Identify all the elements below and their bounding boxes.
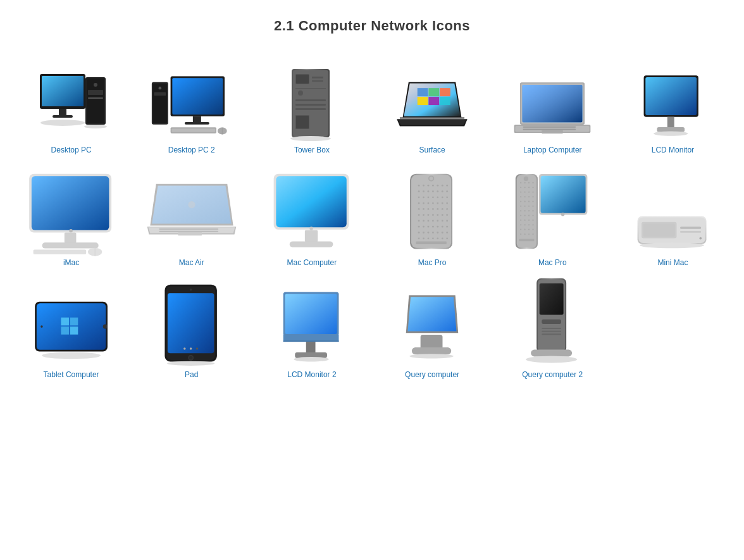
- svg-point-10: [40, 120, 85, 126]
- icon-cell-lcd-monitor: LCD Monitor: [614, 53, 731, 159]
- tower-box-label: Tower Box: [294, 146, 330, 156]
- icon-cell-surface: Surface: [374, 53, 491, 159]
- svg-point-126: [442, 214, 443, 216]
- svg-point-119: [442, 208, 443, 210]
- svg-rect-226: [61, 327, 69, 335]
- svg-point-252: [409, 354, 454, 358]
- svg-point-150: [423, 237, 425, 239]
- svg-rect-29: [312, 80, 323, 82]
- svg-point-168: [520, 187, 521, 188]
- svg-point-196: [520, 219, 521, 220]
- svg-marker-249: [408, 297, 457, 332]
- svg-point-204: [520, 228, 521, 230]
- svg-rect-3: [59, 109, 66, 115]
- svg-rect-59: [646, 77, 697, 115]
- svg-point-137: [428, 225, 430, 227]
- svg-point-170: [528, 187, 530, 188]
- query-icon: [376, 283, 488, 365]
- svg-rect-42: [440, 88, 450, 96]
- svg-point-87: [423, 184, 425, 186]
- svg-point-122: [423, 214, 425, 216]
- mini-mac-label: Mini Mac: [657, 258, 688, 268]
- icon-cell-tower-box: Tower Box: [253, 53, 370, 159]
- svg-point-182: [528, 201, 530, 202]
- svg-rect-19: [185, 122, 209, 125]
- svg-marker-47: [398, 120, 466, 125]
- svg-point-106: [446, 196, 448, 198]
- svg-rect-83: [290, 241, 333, 247]
- svg-rect-43: [418, 97, 428, 105]
- mac-pro-icon: [376, 171, 488, 253]
- icon-cell-laptop: Laptop Computer: [494, 53, 611, 159]
- svg-point-81: [309, 227, 313, 230]
- lcd2-label: LCD Monitor 2: [287, 370, 336, 380]
- svg-rect-224: [61, 318, 69, 326]
- svg-point-102: [428, 196, 430, 198]
- svg-rect-257: [542, 328, 562, 329]
- mac-computer-icon: [256, 171, 368, 253]
- svg-point-203: [533, 224, 534, 225]
- laptop-label: Laptop Computer: [523, 146, 582, 156]
- svg-rect-60: [667, 117, 674, 127]
- svg-rect-45: [440, 97, 450, 105]
- svg-rect-33: [295, 104, 326, 106]
- desktop-pc-icon: [15, 58, 127, 140]
- svg-point-183: [533, 201, 534, 202]
- svg-point-219: [700, 237, 702, 239]
- svg-point-89: [432, 184, 434, 186]
- svg-rect-220: [680, 231, 701, 232]
- svg-point-154: [442, 237, 443, 239]
- svg-point-195: [533, 215, 534, 216]
- svg-point-200: [520, 224, 521, 225]
- svg-rect-163: [517, 175, 536, 247]
- svg-point-164: [520, 182, 521, 183]
- svg-point-92: [446, 184, 448, 186]
- svg-point-169: [524, 187, 526, 188]
- icon-cell-desktop-pc2: Desktop PC 2: [133, 53, 250, 159]
- svg-point-173: [524, 191, 526, 192]
- svg-point-185: [524, 205, 526, 206]
- svg-point-210: [528, 233, 530, 235]
- svg-rect-77: [159, 230, 218, 232]
- lcd-monitor-icon: [617, 58, 729, 140]
- svg-point-116: [428, 208, 430, 210]
- svg-point-31: [298, 90, 303, 96]
- svg-point-161: [561, 213, 565, 216]
- svg-point-209: [524, 233, 526, 235]
- svg-rect-82: [305, 230, 318, 242]
- svg-rect-85: [411, 175, 451, 247]
- svg-point-65: [69, 229, 73, 233]
- svg-point-132: [437, 220, 439, 221]
- svg-rect-8: [88, 90, 103, 95]
- svg-point-121: [418, 214, 420, 216]
- svg-point-165: [524, 182, 526, 183]
- svg-rect-244: [283, 340, 339, 342]
- svg-point-188: [520, 210, 521, 211]
- icon-grid: Desktop PC: [0, 47, 744, 397]
- icon-cell-tablet: Tablet Computer: [13, 278, 130, 384]
- query-label: Query computer: [405, 370, 459, 380]
- svg-point-14: [158, 87, 161, 90]
- svg-point-91: [442, 184, 443, 186]
- svg-point-107: [418, 202, 420, 204]
- svg-rect-41: [429, 88, 440, 96]
- lcd2-icon: [256, 283, 368, 365]
- svg-point-73: [188, 201, 195, 208]
- svg-point-99: [446, 190, 448, 192]
- svg-point-145: [432, 232, 434, 233]
- svg-point-111: [437, 202, 439, 204]
- page-title: 2.1 Computer Network Icons: [0, 0, 744, 47]
- svg-rect-67: [42, 242, 98, 248]
- svg-point-146: [437, 232, 439, 233]
- svg-point-123: [428, 214, 430, 216]
- svg-point-151: [428, 237, 430, 239]
- svg-rect-233: [168, 293, 214, 353]
- query2-icon: [497, 283, 609, 365]
- desktop-pc2-icon: [135, 58, 247, 140]
- mini-mac-icon: [617, 171, 729, 253]
- laptop-icon: [497, 58, 609, 140]
- svg-point-120: [446, 208, 448, 210]
- svg-point-147: [442, 232, 443, 233]
- svg-rect-156: [416, 241, 447, 244]
- svg-rect-32: [295, 99, 326, 101]
